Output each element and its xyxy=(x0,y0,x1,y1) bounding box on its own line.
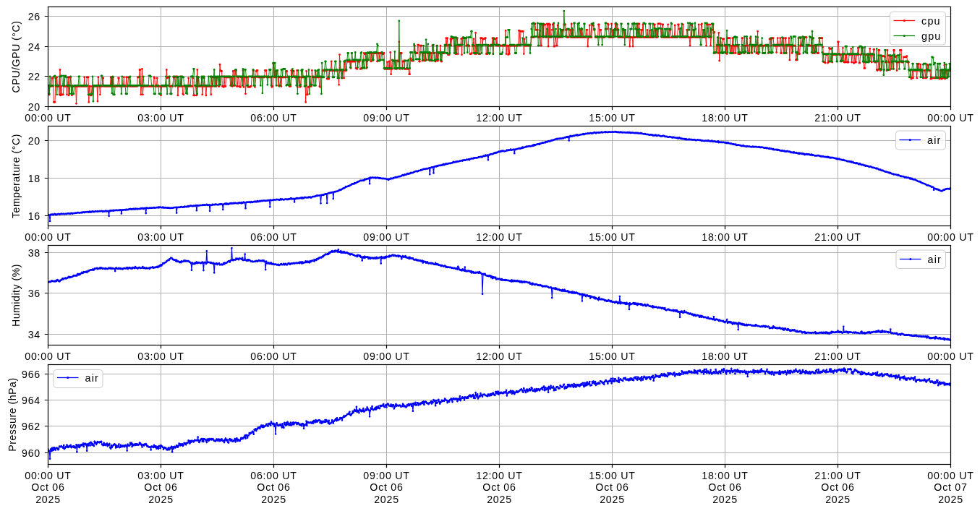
svg-text:2025: 2025 xyxy=(148,494,174,505)
svg-text:964: 964 xyxy=(22,395,41,406)
svg-text:gpu: gpu xyxy=(921,30,941,42)
svg-text:2025: 2025 xyxy=(374,494,399,505)
svg-text:06:00 UT: 06:00 UT xyxy=(250,470,297,481)
svg-text:Oct 06: Oct 06 xyxy=(31,481,64,493)
svg-text:00:00 UT: 00:00 UT xyxy=(927,470,973,481)
svg-text:air: air xyxy=(928,254,942,265)
svg-text:00:00 UT: 00:00 UT xyxy=(25,351,71,362)
svg-text:2025: 2025 xyxy=(712,494,738,505)
svg-text:962: 962 xyxy=(22,421,41,432)
svg-text:22: 22 xyxy=(28,71,41,82)
svg-text:06:00 UT: 06:00 UT xyxy=(250,112,297,124)
svg-text:16: 16 xyxy=(28,210,41,222)
svg-text:2025: 2025 xyxy=(600,494,625,505)
svg-text:15:00 UT: 15:00 UT xyxy=(589,351,635,362)
svg-text:15:00 UT: 15:00 UT xyxy=(589,470,635,481)
svg-text:09:00 UT: 09:00 UT xyxy=(363,470,409,481)
svg-text:18:00 UT: 18:00 UT xyxy=(702,231,748,243)
svg-text:12:00 UT: 12:00 UT xyxy=(476,470,522,481)
svg-text:20: 20 xyxy=(28,101,41,113)
svg-text:2025: 2025 xyxy=(35,494,61,505)
svg-text:21:00 UT: 21:00 UT xyxy=(814,112,861,124)
svg-text:03:00 UT: 03:00 UT xyxy=(137,112,184,124)
svg-text:Oct 07: Oct 07 xyxy=(934,481,967,493)
svg-text:00:00 UT: 00:00 UT xyxy=(927,351,973,362)
svg-text:24: 24 xyxy=(28,41,41,53)
svg-text:CPU/GPU (°C): CPU/GPU (°C) xyxy=(10,21,22,93)
svg-text:06:00 UT: 06:00 UT xyxy=(250,351,297,362)
svg-text:12:00 UT: 12:00 UT xyxy=(476,231,522,243)
svg-text:Oct 06: Oct 06 xyxy=(144,481,177,493)
svg-text:12:00 UT: 12:00 UT xyxy=(476,112,522,124)
svg-text:cpu: cpu xyxy=(921,15,941,27)
svg-text:00:00 UT: 00:00 UT xyxy=(927,112,973,124)
svg-text:air: air xyxy=(927,134,941,146)
svg-text:00:00 UT: 00:00 UT xyxy=(25,112,71,124)
svg-text:2025: 2025 xyxy=(938,494,963,505)
svg-text:09:00 UT: 09:00 UT xyxy=(363,351,409,362)
svg-text:03:00 UT: 03:00 UT xyxy=(137,231,184,243)
svg-text:966: 966 xyxy=(22,369,41,380)
svg-text:09:00 UT: 09:00 UT xyxy=(363,112,409,124)
svg-text:2025: 2025 xyxy=(261,494,286,505)
svg-text:06:00 UT: 06:00 UT xyxy=(250,231,297,243)
svg-text:00:00 UT: 00:00 UT xyxy=(25,231,71,243)
svg-text:2025: 2025 xyxy=(487,494,512,505)
svg-text:Oct 06: Oct 06 xyxy=(482,481,516,493)
svg-text:Oct 06: Oct 06 xyxy=(708,481,741,493)
svg-text:Temperature (°C): Temperature (°C) xyxy=(10,134,22,218)
svg-text:20: 20 xyxy=(28,135,41,147)
svg-text:00:00 UT: 00:00 UT xyxy=(927,231,973,243)
svg-text:34: 34 xyxy=(28,329,41,340)
svg-text:18: 18 xyxy=(28,173,41,184)
svg-text:18:00 UT: 18:00 UT xyxy=(702,351,748,362)
svg-text:12:00 UT: 12:00 UT xyxy=(476,351,522,362)
svg-text:03:00 UT: 03:00 UT xyxy=(137,351,184,362)
svg-text:00:00 UT: 00:00 UT xyxy=(25,470,71,481)
svg-text:03:00 UT: 03:00 UT xyxy=(137,470,184,481)
svg-text:09:00 UT: 09:00 UT xyxy=(363,231,409,243)
svg-text:21:00 UT: 21:00 UT xyxy=(814,231,861,243)
svg-text:Oct 06: Oct 06 xyxy=(257,481,290,493)
svg-text:Oct 06: Oct 06 xyxy=(595,481,629,493)
svg-text:15:00 UT: 15:00 UT xyxy=(589,231,635,243)
svg-text:38: 38 xyxy=(28,247,41,259)
svg-text:26: 26 xyxy=(28,11,41,22)
svg-text:18:00 UT: 18:00 UT xyxy=(702,112,748,124)
svg-text:960: 960 xyxy=(22,447,41,459)
svg-text:21:00 UT: 21:00 UT xyxy=(814,470,861,481)
svg-text:2025: 2025 xyxy=(825,494,851,505)
svg-text:15:00 UT: 15:00 UT xyxy=(589,112,635,124)
svg-text:18:00 UT: 18:00 UT xyxy=(702,470,748,481)
svg-text:36: 36 xyxy=(28,288,41,299)
svg-text:Humidity (%): Humidity (%) xyxy=(10,264,22,327)
svg-text:21:00 UT: 21:00 UT xyxy=(814,351,861,362)
svg-text:air: air xyxy=(85,372,99,384)
svg-text:Pressure (hPa): Pressure (hPa) xyxy=(7,377,18,451)
svg-text:Oct 06: Oct 06 xyxy=(370,481,403,493)
svg-text:Oct 06: Oct 06 xyxy=(821,481,854,493)
